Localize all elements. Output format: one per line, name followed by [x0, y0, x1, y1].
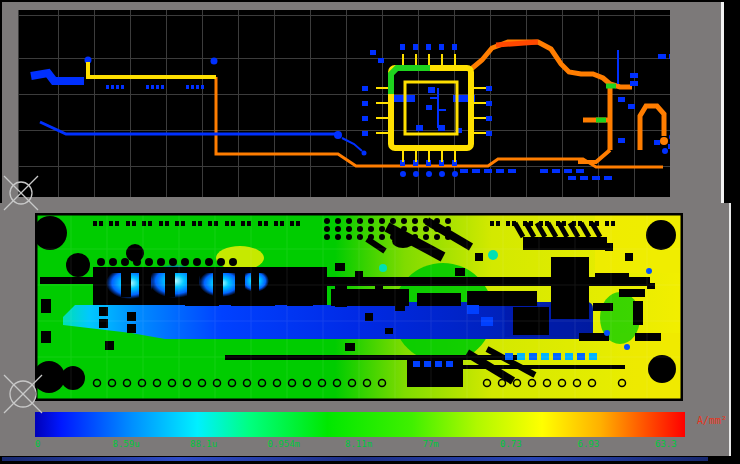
- layer-view-panel: [2, 2, 724, 203]
- origin-marker-icon: [0, 370, 47, 418]
- layer-trace-drawing: [18, 10, 670, 197]
- board-heatmap-panel: 08.59u88.1u0.954m8.11m77m0.736.9363.3 A/…: [0, 203, 731, 456]
- scale-tick-label: 8.11m: [345, 439, 372, 449]
- scale-tick-row: 08.59u88.1u0.954m8.11m77m0.736.9363.3: [35, 439, 715, 451]
- scale-tick-label: 6.93: [578, 439, 600, 449]
- color-scale-bar: [35, 412, 685, 437]
- scale-tick-label: 0.954m: [268, 439, 301, 449]
- scale-tick-label: 77m: [423, 439, 439, 449]
- origin-marker-icon: [0, 171, 43, 215]
- scale-tick-label: 8.59u: [113, 439, 140, 449]
- window-bottom-edge: [2, 457, 708, 461]
- scale-tick-label: 0.73: [500, 439, 522, 449]
- board-heatmap-drawing: [35, 213, 683, 401]
- yellow-net-traces[interactable]: [88, 62, 216, 77]
- scale-tick-label: 88.1u: [190, 439, 217, 449]
- scale-unit-label: A/mm²: [697, 415, 727, 426]
- scale-tick-label: 63.3: [655, 439, 677, 449]
- scale-tick-label: 0: [35, 439, 40, 449]
- layer-view-canvas[interactable]: [18, 10, 670, 197]
- board-heatmap-canvas[interactable]: [35, 213, 683, 401]
- blue-signal-traces[interactable]: [31, 50, 618, 156]
